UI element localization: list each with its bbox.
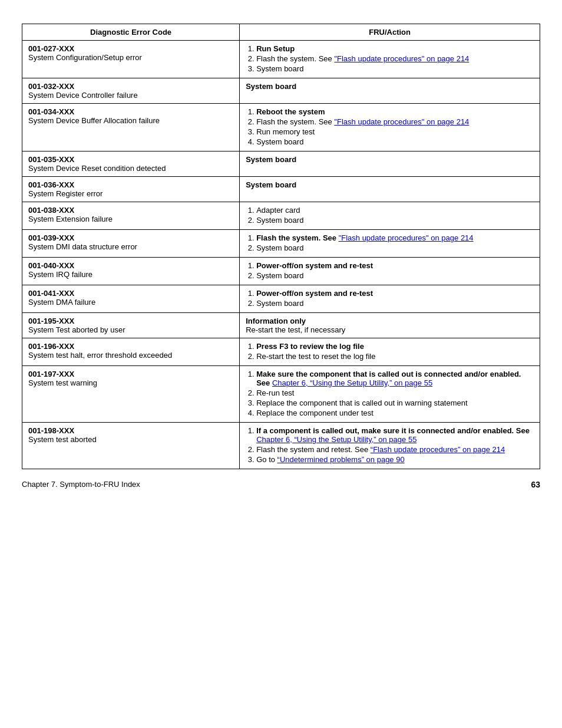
table-row: 001-034-XXXSystem Device Buffer Allocati… [22, 104, 540, 151]
fru-list-item: System board [256, 299, 534, 308]
table-row: 001-196-XXXSystem test halt, error thres… [22, 338, 540, 366]
fru-link[interactable]: Chapter 6, “Using the Setup Utility,” on… [272, 378, 432, 387]
fru-cell: System board [240, 78, 540, 104]
fru-info-label: Information only [246, 317, 306, 325]
fru-list: Reboot the systemFlash the system. See "… [256, 107, 534, 146]
error-desc: System Test aborted by user [28, 325, 125, 334]
error-desc: System IRQ failure [28, 270, 92, 279]
fru-item-text: Power-off/on system and re-test [256, 289, 373, 298]
error-code-cell: 001-036-XXXSystem Register error [22, 177, 240, 202]
table-row: 001-035-XXXSystem Device Reset condition… [22, 151, 540, 177]
fru-link[interactable]: "Flash update procedures" on page 214 [334, 54, 469, 63]
fru-list: Run SetupFlash the system. See "Flash up… [256, 44, 534, 73]
fru-list: Press F3 to review the log fileRe-start … [256, 342, 534, 361]
error-code: 001-036-XXX [28, 180, 74, 189]
error-code: 001-195-XXX [28, 317, 74, 325]
fru-list: Flash the system. See "Flash update proc… [256, 233, 534, 252]
fru-item-text: Run memory test [256, 127, 315, 136]
fru-list-item: Go to “Undetermined problems” on page 90 [256, 455, 534, 464]
fru-list-item: Run Setup [256, 44, 534, 53]
fru-item-text: System board [256, 271, 303, 280]
table-row: 001-040-XXXSystem IRQ failurePower-off/o… [22, 258, 540, 285]
fru-item-text: Flash the system. See [256, 117, 334, 126]
fru-cell: Power-off/on system and re-testSystem bo… [240, 285, 540, 313]
fru-item-text: Flash the system. See [256, 233, 338, 242]
fru-list-item: Flash the system. See "Flash update proc… [256, 117, 534, 126]
fru-item-text: Re-start the test to reset the log file [256, 352, 375, 361]
fru-list-item: System board [256, 243, 534, 252]
fru-item-text: System board [256, 299, 303, 308]
fru-list-item: Replace the component under test [256, 409, 534, 417]
fru-list-item: System board [256, 137, 534, 146]
error-code-cell: 001-040-XXXSystem IRQ failure [22, 258, 240, 285]
error-desc: System Device Controller failure [28, 91, 138, 100]
error-code-cell: 001-196-XXXSystem test halt, error thres… [22, 338, 240, 366]
fru-link[interactable]: “Flash update procedures” on page 214 [371, 445, 505, 454]
fru-cell: Make sure the component that is called o… [240, 366, 540, 423]
error-code-cell: 001-197-XXXSystem test warning [22, 366, 240, 423]
fru-list-item: Flash the system and retest. See “Flash … [256, 445, 534, 454]
error-desc: System Device Reset condition detected [28, 164, 166, 173]
fru-list-item: Make sure the component that is called o… [256, 370, 534, 387]
fru-list-item: System board [256, 64, 534, 73]
fru-item-text: System board [256, 137, 303, 146]
header-code: Diagnostic Error Code [22, 24, 240, 41]
chapter-label: Chapter 7. Symptom-to-FRU Index [22, 480, 140, 489]
page-number: 63 [531, 480, 540, 489]
error-desc: System Extension failure [28, 215, 113, 223]
error-code: 001-032-XXX [28, 82, 74, 91]
fru-list-item: Re-start the test to reset the log file [256, 352, 534, 361]
error-code-cell: 001-198-XXXSystem test aborted [22, 423, 240, 469]
fru-list-item: Power-off/on system and re-test [256, 261, 534, 270]
error-desc: System test warning [28, 378, 97, 387]
diagnostic-table: Diagnostic Error Code FRU/Action 001-027… [22, 24, 540, 469]
error-code: 001-039-XXX [28, 233, 74, 242]
fru-link[interactable]: “Undetermined problems” on page 90 [277, 455, 405, 464]
fru-item-text: Run Setup [256, 44, 295, 53]
error-code: 001-038-XXX [28, 206, 74, 215]
table-row: 001-036-XXXSystem Register errorSystem b… [22, 177, 540, 202]
fru-cell: Flash the system. See "Flash update proc… [240, 230, 540, 258]
error-code-cell: 001-035-XXXSystem Device Reset condition… [22, 151, 240, 177]
fru-plain: System board [246, 180, 296, 189]
fru-plain: System board [246, 82, 296, 91]
table-row: 001-027-XXXSystem Configuration/Setup er… [22, 41, 540, 78]
fru-list-item: System board [256, 216, 534, 225]
fru-list-item: Replace the component that is called out… [256, 398, 534, 407]
error-desc: System Device Buffer Allocation failure [28, 116, 160, 125]
page-container: Diagnostic Error Code FRU/Action 001-027… [22, 24, 540, 489]
error-code: 001-198-XXX [28, 426, 74, 435]
table-row: 001-198-XXXSystem test abortedIf a compo… [22, 423, 540, 469]
fru-cell: If a component is called out, make sure … [240, 423, 540, 469]
fru-list-item: Reboot the system [256, 107, 534, 116]
fru-link[interactable]: Chapter 6, “Using the Setup Utility,” on… [256, 435, 416, 444]
fru-list-item: If a component is called out, make sure … [256, 426, 534, 444]
fru-item-text: System board [256, 243, 303, 252]
fru-item-text: If a component is called out, make sure … [256, 426, 530, 435]
error-code-cell: 001-034-XXXSystem Device Buffer Allocati… [22, 104, 240, 151]
fru-item-text: Replace the component that is called out… [256, 398, 467, 407]
error-code: 001-027-XXX [28, 44, 74, 53]
fru-list-item: Adapter card [256, 206, 534, 215]
table-row: 001-195-XXXSystem Test aborted by userIn… [22, 313, 540, 338]
error-desc: System DMA failure [28, 298, 95, 307]
error-desc: System Configuration/Setup error [28, 53, 142, 62]
error-code: 001-034-XXX [28, 107, 74, 116]
fru-link[interactable]: "Flash update procedures" on page 214 [334, 117, 469, 126]
fru-list-item: Power-off/on system and re-test [256, 289, 534, 298]
fru-item-text: Reboot the system [256, 107, 325, 116]
table-row: 001-039-XXXSystem DMI data structure err… [22, 230, 540, 258]
fru-list: Power-off/on system and re-testSystem bo… [256, 289, 534, 308]
error-code-cell: 001-038-XXXSystem Extension failure [22, 202, 240, 230]
fru-cell: Run SetupFlash the system. See "Flash up… [240, 41, 540, 78]
fru-cell: Power-off/on system and re-testSystem bo… [240, 258, 540, 285]
error-code-cell: 001-032-XXXSystem Device Controller fail… [22, 78, 240, 104]
fru-list-item: Flash the system. See "Flash update proc… [256, 233, 534, 242]
error-code-cell: 001-195-XXXSystem Test aborted by user [22, 313, 240, 338]
error-desc: System test aborted [28, 435, 97, 444]
fru-list-item: Run memory test [256, 127, 534, 136]
fru-list: Make sure the component that is called o… [256, 370, 534, 417]
error-code-cell: 001-027-XXXSystem Configuration/Setup er… [22, 41, 240, 78]
fru-item-text: Flash the system and retest. See [256, 445, 371, 454]
fru-link[interactable]: "Flash update procedures" on page 214 [339, 233, 474, 242]
